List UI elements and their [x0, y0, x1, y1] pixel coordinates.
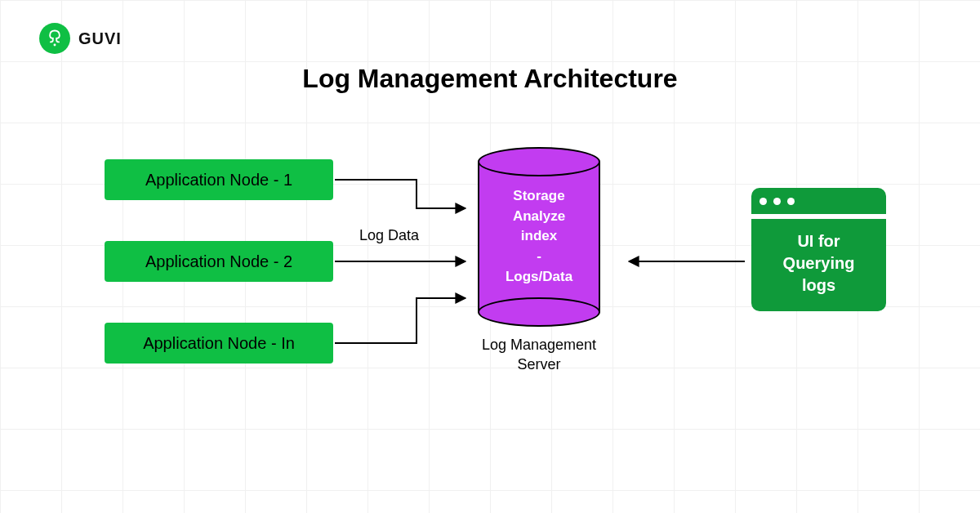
edge-label-log-data: Log Data: [359, 227, 419, 244]
svg-point-0: [54, 44, 56, 47]
window-dot-icon: [773, 198, 781, 205]
database-text: StorageAnalyzeindex-Logs/Data: [478, 186, 600, 287]
application-node-n-label: Application Node - In: [143, 334, 295, 353]
application-node-1-label: Application Node - 1: [145, 171, 292, 190]
window-dot-icon: [787, 198, 795, 205]
brand-name: GUVI: [78, 29, 122, 48]
database-label: Log ManagementServer: [478, 335, 600, 375]
application-node-2: Application Node - 2: [105, 241, 333, 282]
ui-query-window: UI forQueryinglogs: [751, 188, 886, 311]
window-titlebar: [751, 188, 886, 214]
window-dot-icon: [760, 198, 767, 205]
application-node-n: Application Node - In: [105, 323, 333, 364]
application-node-1: Application Node - 1: [105, 159, 333, 200]
application-node-2-label: Application Node - 2: [145, 252, 292, 271]
diagram-title: Log Management Architecture: [302, 64, 677, 94]
brand-logo: GUVI: [39, 23, 122, 54]
database-cylinder: StorageAnalyzeindex-Logs/Data: [478, 147, 600, 327]
ui-query-label: UI forQueryinglogs: [751, 219, 886, 311]
brand-logo-icon: [39, 23, 70, 54]
